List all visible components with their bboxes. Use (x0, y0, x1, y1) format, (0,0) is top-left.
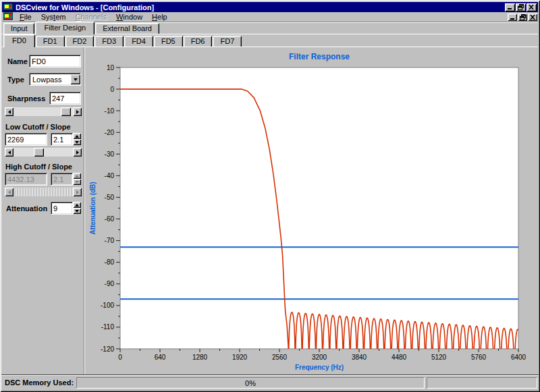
tab-fd2[interactable]: FD2 (65, 36, 94, 47)
chart-title: Filter Response (289, 52, 350, 61)
tab-fd5[interactable]: FD5 (154, 36, 183, 47)
menu-file[interactable]: File (15, 12, 36, 22)
high-cutoff-scrollbar (5, 188, 82, 196)
spin-up-icon[interactable] (73, 202, 81, 208)
y-tick-label: -100 (101, 302, 114, 309)
tab-fd3[interactable]: FD3 (94, 36, 124, 47)
sharpness-input[interactable] (49, 92, 81, 105)
app-window: DSCview for Windows - [Configuration] Fi… (0, 0, 540, 392)
low-cutoff-scrollbar-thumb[interactable] (34, 148, 44, 157)
tab-filter-design[interactable]: Filter Design (35, 22, 94, 34)
menu-window[interactable]: Window (111, 12, 147, 22)
tab-fd6[interactable]: FD6 (184, 36, 213, 47)
low-slope-input[interactable] (51, 133, 73, 146)
spin-up-icon[interactable] (73, 133, 81, 139)
scroll-right-icon[interactable] (73, 107, 82, 116)
x-tick-label: 3840 (352, 354, 367, 361)
memory-used-label: DSC Memory Used: (5, 379, 74, 387)
menu-items: FileSystemChannelsWindowHelp (15, 12, 172, 22)
x-tick-label: 0 (118, 354, 122, 361)
status-panel-right (427, 377, 537, 389)
spin-down-icon (73, 179, 81, 185)
close-button[interactable] (526, 3, 537, 11)
y-tick-label: -60 (105, 215, 115, 223)
mdi-close-button[interactable] (528, 13, 537, 21)
tab-fd0[interactable]: FD0 (3, 34, 35, 47)
low-cutoff-scrollbar[interactable] (5, 148, 82, 157)
plot-area (120, 67, 518, 349)
scroll-left-icon[interactable] (5, 148, 14, 157)
scroll-right-icon (73, 188, 82, 196)
x-tick-label: 5120 (431, 354, 447, 361)
type-select[interactable]: Lowpass (29, 73, 81, 86)
y-tick-label: -80 (105, 258, 115, 266)
x-tick-label: 4480 (392, 354, 407, 361)
attenuation-input[interactable] (51, 202, 73, 215)
high-slope-spinner (73, 173, 81, 186)
sharpness-label: Sharpness (7, 94, 45, 103)
y-axis-label: Attenuation (dB) (89, 181, 97, 234)
scroll-left-icon (5, 188, 14, 196)
mdi-restore-button[interactable] (518, 13, 527, 21)
x-axis-label: Frequency (Hz) (295, 364, 344, 371)
high-cutoff-label: High Cutoff / Slope (5, 163, 72, 171)
minimize-button[interactable] (505, 3, 515, 11)
x-tick-label: 6400 (511, 354, 526, 361)
y-tick-label: -30 (105, 150, 115, 158)
filter-form-panel: Name Type Lowpass Sharpness Low Cutoff /… (2, 47, 84, 375)
title-bar: DSCview for Windows - [Configuration] (2, 2, 538, 12)
x-tick-label: 1280 (192, 354, 208, 361)
low-cutoff-label: Low Cutoff / Slope (5, 123, 71, 131)
tab-external-board[interactable]: External Board (95, 23, 159, 34)
attenuation-spinner (73, 202, 81, 215)
sharpness-scrollbar[interactable] (5, 107, 82, 116)
spin-down-icon[interactable] (73, 208, 81, 214)
y-tick-label: -40 (105, 172, 115, 179)
high-cutoff-input (5, 173, 47, 186)
scroll-right-icon[interactable] (73, 148, 82, 157)
tab-fd7[interactable]: FD7 (213, 36, 242, 47)
x-tick-label: 1920 (232, 354, 248, 361)
memory-used-value: 0% (245, 379, 256, 387)
type-label: Type (7, 76, 24, 84)
y-tick-label: 10 (107, 64, 115, 72)
menu-system[interactable]: System (36, 12, 71, 22)
low-cutoff-input[interactable] (5, 133, 47, 146)
status-bar-divider (1, 374, 539, 376)
low-cutoff-scrollbar-track[interactable] (14, 148, 73, 157)
spin-down-icon[interactable] (73, 139, 81, 145)
low-slope-spinner (73, 133, 81, 146)
menu-help[interactable]: Help (147, 12, 172, 22)
high-cutoff-scrollbar-track (14, 188, 73, 196)
status-bar: DSC Memory Used: 0% (2, 376, 538, 390)
main-tab-strip: InputFilter DesignExternal Board (2, 22, 538, 34)
chevron-down-icon[interactable] (70, 74, 80, 84)
window-title: DSCview for Windows - [Configuration] (16, 3, 505, 11)
name-label: Name (7, 57, 28, 65)
memory-used-panel: 0% (76, 377, 425, 389)
high-slope-input (51, 173, 73, 186)
x-tick-label: 2560 (272, 354, 288, 361)
y-tick-label: -50 (105, 194, 115, 201)
restore-button[interactable] (516, 3, 526, 11)
tab-input[interactable]: Input (3, 23, 34, 34)
y-tick-label: -110 (101, 323, 115, 331)
type-select-value: Lowpass (30, 76, 70, 84)
y-tick-label: -10 (105, 107, 115, 115)
tab-fd1[interactable]: FD1 (36, 36, 65, 47)
tab-fd4[interactable]: FD4 (124, 36, 153, 47)
y-tick-label: -70 (105, 237, 115, 244)
y-tick-label: -20 (105, 129, 115, 136)
attenuation-label: Attenuation (6, 204, 47, 213)
y-tick-label: -90 (105, 280, 115, 287)
sharpness-scrollbar-track[interactable] (14, 107, 73, 116)
sharpness-scrollbar-thumb[interactable] (61, 107, 71, 116)
scroll-left-icon[interactable] (5, 107, 14, 116)
mdi-minimize-button[interactable] (508, 13, 517, 21)
menu-bar: FileSystemChannelsWindowHelp (2, 12, 538, 22)
panel-divider (84, 47, 85, 375)
x-tick-label: 640 (155, 354, 166, 361)
mdi-document-icon[interactable] (3, 11, 13, 23)
y-tick-label: 0 (110, 86, 114, 93)
name-input[interactable] (29, 55, 81, 67)
